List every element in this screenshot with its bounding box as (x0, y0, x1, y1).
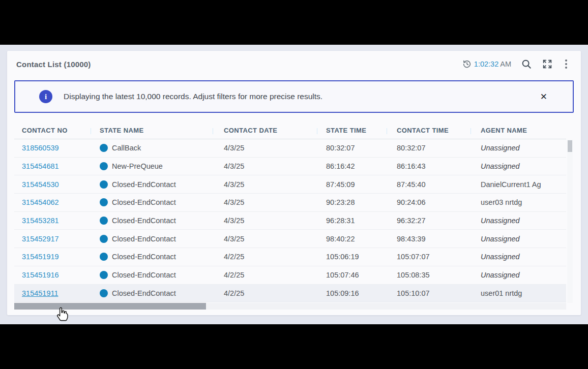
state-time-cell: 87:45:09 (317, 175, 387, 193)
vertical-scrollbar-track[interactable] (567, 140, 573, 303)
contact-no-cell: 315454530 (14, 175, 91, 193)
table-row[interactable]: 315454530 Closed-EndContact 4/3/25 87:45… (14, 175, 566, 194)
state-time-cell: 86:16:42 (317, 158, 387, 175)
horizontal-scrollbar-track[interactable] (14, 303, 566, 310)
state-name-label: Closed-EndContact (112, 235, 176, 243)
state-time-cell: 105:07:46 (317, 266, 387, 284)
agent-name-cell: user01 nrtdg (471, 285, 566, 302)
state-time-cell: 105:09:16 (317, 285, 387, 302)
contact-no-link[interactable]: 315454681 (22, 162, 59, 170)
state-dot-icon (100, 235, 108, 243)
state-dot-icon (100, 253, 108, 261)
table-row[interactable]: 315452917 Closed-EndContact 4/3/25 98:40… (14, 230, 566, 248)
state-name-cell: Closed-EndContact (91, 194, 213, 211)
timestamp-time: 1:02:32 (474, 60, 498, 68)
contact-date-cell: 4/2/25 (213, 266, 317, 284)
bottom-letterbox-bar (0, 324, 588, 369)
state-name-label: New-PreQueue (112, 162, 163, 170)
agent-name-cell: Unassigned (471, 212, 566, 230)
agent-name-cell: Unassigned (471, 139, 566, 157)
state-name-label: Closed-EndContact (112, 289, 176, 297)
contact-table: CONTACT NO STATE NAME CONTACT DATE STATE… (14, 122, 566, 302)
header-actions: 1:02:32AM (462, 58, 570, 70)
state-dot-icon (100, 198, 108, 206)
contact-no-cell: 315453281 (14, 212, 91, 230)
contact-no-cell: 315451916 (14, 266, 91, 284)
state-name-label: Closed-EndContact (112, 217, 176, 225)
column-header-contact-no[interactable]: CONTACT NO (14, 122, 91, 139)
contact-time-cell: 90:24:06 (387, 194, 471, 211)
top-letterbox-bar (0, 0, 588, 45)
contact-no-link[interactable]: 315451919 (22, 253, 59, 261)
state-time-cell: 90:23:28 (317, 194, 387, 211)
search-icon[interactable] (521, 58, 532, 70)
contact-time-cell: 86:16:43 (387, 158, 471, 175)
contact-no-link[interactable]: 315452917 (22, 235, 59, 243)
state-dot-icon (100, 289, 108, 297)
agent-name-cell: user03 nrtdg (471, 194, 566, 211)
state-dot-icon (100, 144, 108, 152)
state-name-label: Closed-EndContact (112, 253, 176, 261)
state-time-cell: 98:40:22 (317, 230, 387, 248)
table-row[interactable]: 315454681 New-PreQueue 4/3/25 86:16:42 8… (14, 158, 566, 176)
column-header-contact-date[interactable]: CONTACT DATE (213, 122, 317, 139)
contact-date-cell: 4/3/25 (213, 139, 317, 157)
state-name-label: Closed-EndContact (112, 180, 176, 189)
contact-no-cell: 315454681 (14, 158, 91, 175)
table-body: 318560539 CallBack 4/3/25 80:32:07 80:32… (14, 139, 566, 302)
contact-time-cell: 98:43:39 (387, 230, 471, 248)
state-name-cell: Closed-EndContact (91, 175, 213, 193)
horizontal-scrollbar-thumb[interactable] (14, 303, 206, 310)
refresh-time-control[interactable]: 1:02:32AM (462, 59, 511, 69)
state-name-cell: Closed-EndContact (91, 266, 213, 284)
contact-no-cell: 315452917 (14, 230, 91, 248)
state-name-cell: CallBack (91, 139, 213, 157)
contact-no-cell: 318560539 (14, 139, 91, 157)
timestamp: 1:02:32AM (474, 60, 511, 68)
state-name-cell: Closed-EndContact (91, 285, 213, 302)
agent-name-cell: Unassigned (471, 158, 566, 175)
contact-date-cell: 4/2/25 (213, 248, 317, 266)
contact-no-link[interactable]: 315454062 (22, 198, 59, 206)
agent-name-cell: Unassigned (471, 266, 566, 284)
table-row[interactable]: 315453281 Closed-EndContact 4/3/25 96:28… (14, 212, 566, 230)
state-name-label: Closed-EndContact (112, 271, 176, 279)
column-header-contact-time[interactable]: CONTACT TIME (387, 122, 471, 139)
contact-date-cell: 4/3/25 (213, 194, 317, 211)
state-name-label: Closed-EndContact (112, 198, 176, 206)
banner-message: Displaying the latest 10,000 records. Ad… (64, 92, 540, 101)
contact-no-link[interactable]: 315454530 (22, 180, 59, 189)
table-row[interactable]: 315451919 Closed-EndContact 4/2/25 105:0… (14, 248, 566, 266)
column-header-state-time[interactable]: STATE TIME (317, 122, 387, 139)
table-row[interactable]: 315454062 Closed-EndContact 4/3/25 90:23… (14, 194, 566, 212)
state-name-cell: Closed-EndContact (91, 212, 213, 230)
state-dot-icon (100, 180, 108, 189)
contact-time-cell: 80:32:07 (387, 139, 471, 157)
contact-no-link[interactable]: 315451911 (22, 289, 58, 297)
agent-name-cell: Unassigned (471, 248, 566, 266)
agent-name-cell: Unassigned (471, 230, 566, 248)
page-title: Contact List (10000) (16, 60, 91, 69)
table-row[interactable]: 318560539 CallBack 4/3/25 80:32:07 80:32… (14, 139, 566, 158)
contact-date-cell: 4/2/25 (213, 285, 317, 302)
page-background: Contact List (10000) 1:02:32AM (0, 45, 588, 324)
column-header-agent-name[interactable]: AGENT NAME (471, 122, 566, 139)
contact-date-cell: 4/3/25 (213, 158, 317, 175)
table-row[interactable]: 315451911 Closed-EndContact 4/2/25 105:0… (14, 285, 566, 303)
kebab-menu-icon[interactable] (563, 59, 570, 69)
contact-no-cell: 315454062 (14, 194, 91, 211)
table-header-row: CONTACT NO STATE NAME CONTACT DATE STATE… (14, 122, 566, 139)
contact-no-link[interactable]: 315451916 (22, 271, 59, 279)
column-header-state-name[interactable]: STATE NAME (91, 122, 213, 139)
contact-no-link[interactable]: 318560539 (22, 144, 59, 152)
card-header: Contact List (10000) 1:02:32AM (7, 51, 581, 77)
contact-time-cell: 96:32:27 (387, 212, 471, 230)
close-icon[interactable]: ✕ (540, 93, 547, 101)
table-row[interactable]: 315451916 Closed-EndContact 4/2/25 105:0… (14, 266, 566, 285)
expand-icon[interactable] (542, 58, 553, 70)
state-name-label: CallBack (112, 144, 141, 152)
state-name-cell: Closed-EndContact (91, 230, 213, 248)
state-name-cell: New-PreQueue (91, 158, 213, 175)
contact-no-link[interactable]: 315453281 (22, 217, 59, 225)
vertical-scrollbar-thumb[interactable] (568, 140, 572, 152)
